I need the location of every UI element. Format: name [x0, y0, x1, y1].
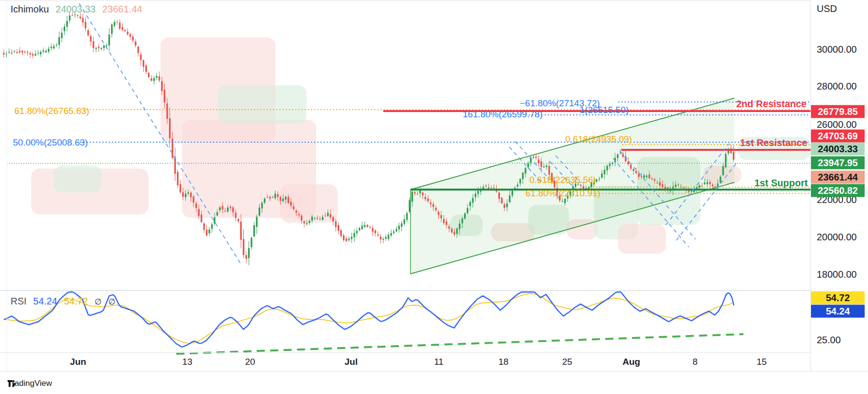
fib-label[interactable]: 50.00%(25008.63)	[13, 137, 88, 148]
annotation-1st-support[interactable]: 1st Support	[754, 178, 808, 189]
rsi-title[interactable]: RSI	[11, 296, 26, 307]
candle-body	[688, 191, 689, 192]
candle-body	[635, 171, 637, 173]
rsi-source-icon[interactable]: ∅	[94, 297, 102, 307]
candle-body	[127, 32, 128, 34]
candle-body	[359, 228, 360, 230]
candle-body	[503, 204, 505, 208]
candle-body	[543, 167, 545, 167]
candle-body	[166, 103, 168, 119]
candle-body	[169, 118, 171, 138]
candle-body	[691, 191, 692, 191]
tradingview-logo-icon	[7, 379, 17, 388]
candle-body	[32, 54, 34, 56]
candle-body	[401, 224, 402, 227]
candle-body	[101, 48, 102, 49]
chart-canvas[interactable]	[0, 0, 811, 371]
rsi-value: 54.24	[33, 296, 57, 307]
rsi-legend[interactable]: RSI 54.24 54.72 ∅ ∅	[11, 296, 115, 307]
candle-body	[114, 22, 115, 26]
kijun-value: 23661.44	[102, 4, 142, 15]
candle-body	[229, 207, 231, 208]
fib-label[interactable]: 1(26515.50)	[580, 105, 628, 115]
candle-body	[122, 27, 123, 30]
candle-body	[296, 211, 297, 213]
candle-body	[308, 221, 310, 223]
candle-body	[493, 188, 494, 188]
price-scale[interactable]: USD 30000.0028000.0026000.0022000.002000…	[811, 0, 868, 371]
candle-body	[561, 201, 563, 202]
candle-body	[119, 23, 120, 29]
candle-body	[185, 193, 186, 197]
candle-body	[501, 198, 503, 203]
candle-body	[448, 226, 450, 229]
candle-body	[71, 15, 73, 16]
candle-body	[332, 217, 334, 222]
candle-body	[377, 235, 378, 236]
candle-body	[34, 54, 36, 56]
annotation-1st-resistance[interactable]: 1st Resistance	[740, 137, 807, 148]
candle-body	[92, 41, 94, 48]
candle-body	[190, 192, 192, 197]
candle-body	[143, 60, 144, 67]
candle-body	[264, 199, 265, 203]
candle-body	[13, 51, 15, 52]
candle-body	[385, 237, 387, 239]
candle-body	[19, 51, 20, 52]
candle-body	[177, 172, 178, 185]
candle-body	[617, 154, 618, 158]
candle-body	[606, 166, 608, 170]
trend-channel-fill[interactable]	[411, 98, 734, 274]
candle-body	[219, 207, 220, 210]
candle-body	[485, 186, 487, 186]
time-tick-label: 25	[562, 357, 572, 367]
tradingview-chart-window: Ichimoku 24003.33 23661.44 RSI 54.24 54.…	[0, 0, 868, 394]
price-badge: 24003.33	[811, 143, 865, 156]
fib-label[interactable]: 0.618(22635.56)	[529, 175, 596, 185]
candle-body	[64, 27, 65, 31]
candle-body	[224, 211, 226, 212]
candle-body	[540, 161, 542, 167]
fib-label[interactable]: 161.80%(26599.78)	[463, 109, 543, 120]
candle-body	[454, 232, 455, 235]
fib-label[interactable]: 0.618(24935.09)	[565, 134, 632, 145]
candle-body	[369, 227, 371, 228]
annotation-2nd-resistance[interactable]: 2nd Resistance	[736, 99, 807, 110]
fib-label[interactable]: 61.80%(22310.91)	[525, 188, 600, 199]
candle-body	[380, 236, 381, 239]
candle-body	[235, 213, 236, 218]
candle-body	[3, 53, 4, 54]
candle-body	[535, 157, 537, 158]
candle-body	[725, 154, 726, 167]
candle-body	[40, 52, 41, 54]
rsi-trendline[interactable]	[176, 334, 743, 354]
candle-body	[208, 229, 210, 233]
candle-body	[340, 230, 342, 236]
candle-body	[411, 191, 413, 202]
candle-body	[643, 175, 645, 178]
pane-separator[interactable]	[0, 290, 868, 291]
candle-body	[182, 192, 183, 197]
fib-label[interactable]: 61.80%(26765.63)	[14, 106, 89, 116]
price-badge: 22560.82	[811, 184, 865, 197]
tradingview-logo[interactable]: TradingView	[7, 379, 52, 388]
candle-body	[424, 197, 426, 199]
candle-body	[103, 45, 104, 48]
candle-body	[108, 34, 110, 45]
candle-body	[338, 225, 339, 231]
candle-body	[345, 238, 347, 241]
time-tick-label: 8	[693, 357, 698, 367]
rsi-settings-icon[interactable]: ∅	[108, 297, 115, 307]
candle-body	[106, 45, 107, 46]
candle-body	[396, 229, 397, 231]
ichimoku-cloud	[280, 184, 338, 223]
candle-body	[303, 221, 305, 224]
candle-body	[111, 24, 113, 34]
candle-body	[282, 199, 284, 201]
candle-body	[69, 15, 70, 20]
candle-body	[538, 159, 539, 163]
candle-body	[287, 197, 289, 203]
time-tick-label: Jul	[344, 357, 357, 367]
indicator-title[interactable]: Ichimoku	[11, 4, 49, 15]
ichimoku-legend[interactable]: Ichimoku 24003.33 23661.44	[11, 4, 142, 15]
